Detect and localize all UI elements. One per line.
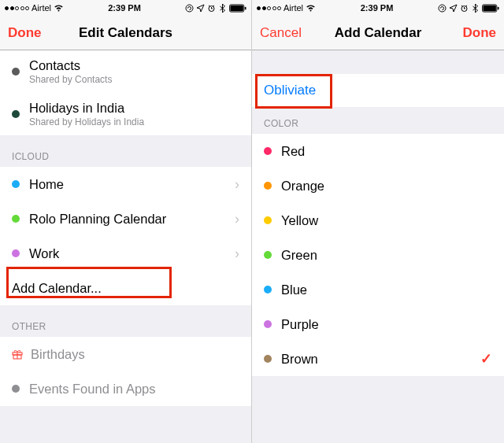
color-dot (12, 385, 20, 393)
calendar-item-birthdays[interactable]: Birthdays (0, 337, 251, 371)
gift-icon (12, 349, 23, 360)
color-section: RedOrangeYellowGreenBluePurpleBrown✓ (252, 134, 504, 376)
svg-point-0 (186, 5, 193, 12)
color-dot (264, 216, 272, 224)
clock-label: 2:39 PM (108, 3, 141, 13)
color-dot (12, 249, 20, 257)
calendar-item-work[interactable]: Work › (0, 236, 251, 271)
calendar-sublabel: Shared by Contacts (29, 74, 239, 85)
icloud-section: Home › Rolo Planning Calendar › Work › A… (0, 167, 251, 305)
carrier-label: Airtel (32, 3, 51, 13)
calendar-item-holidays[interactable]: Holidays in India Shared by Holidays in … (0, 93, 251, 135)
calendar-label: Events Found in Apps (29, 382, 239, 397)
calendar-item-rolo[interactable]: Rolo Planning Calendar › (0, 201, 251, 236)
color-option-brown[interactable]: Brown✓ (252, 341, 504, 376)
location-icon (449, 4, 458, 13)
nav-bar: Done Edit Calendars (0, 16, 251, 50)
add-calendar-label: Add Calendar... (12, 281, 239, 296)
color-option-red[interactable]: Red (252, 134, 504, 168)
wifi-icon (54, 4, 64, 12)
svg-rect-4 (245, 6, 246, 9)
color-label: Orange (281, 179, 492, 194)
cancel-button[interactable]: Cancel (260, 25, 302, 41)
bluetooth-icon (218, 4, 227, 13)
color-label: Green (281, 248, 492, 263)
calendar-item-home[interactable]: Home › (0, 167, 251, 201)
color-option-purple[interactable]: Purple (252, 307, 504, 341)
chevron-right-icon: › (235, 176, 239, 193)
calendar-label: Holidays in India (29, 101, 239, 116)
calendar-label: Home (29, 177, 230, 192)
calendar-label: Birthdays (31, 347, 239, 362)
other-section: Birthdays Events Found in Apps (0, 337, 251, 406)
bluetooth-icon (471, 4, 480, 13)
clock-label: 2:39 PM (361, 3, 394, 13)
svg-rect-11 (498, 6, 499, 9)
battery-icon (482, 4, 499, 13)
status-bar: Airtel 2:39 PM (252, 0, 504, 16)
color-header: COLOR (252, 107, 504, 134)
color-dot (264, 251, 272, 259)
calendar-item-contacts[interactable]: Contacts Shared by Contacts (0, 50, 251, 93)
color-label: Blue (281, 282, 492, 297)
icloud-header: ICLOUD (0, 135, 251, 167)
color-dot (264, 147, 272, 155)
color-dot (12, 215, 20, 223)
orientation-lock-icon (185, 4, 194, 13)
color-option-orange[interactable]: Orange (252, 168, 504, 203)
add-calendar-screen: Airtel 2:39 PM Cancel Add Calendar Done … (252, 0, 504, 443)
edit-calendars-screen: Airtel 2:39 PM Done Edit Calendars Conta… (0, 0, 252, 443)
carrier-label: Airtel (284, 3, 303, 13)
svg-rect-10 (483, 5, 496, 10)
color-dot (264, 355, 272, 363)
color-label: Purple (281, 317, 492, 332)
signal-strength-icon (257, 6, 281, 10)
done-button[interactable]: Done (8, 25, 42, 41)
orientation-lock-icon (438, 4, 447, 13)
location-icon (196, 4, 205, 13)
color-option-blue[interactable]: Blue (252, 272, 504, 307)
add-calendar-button[interactable]: Add Calendar... (0, 271, 251, 305)
calendar-label: Work (29, 246, 230, 261)
color-dot (264, 182, 272, 190)
wifi-icon (306, 4, 316, 12)
calendar-name-input[interactable] (252, 74, 504, 107)
status-bar: Airtel 2:39 PM (0, 0, 251, 16)
calendar-sublabel: Shared by Holidays in India (29, 116, 239, 127)
done-button[interactable]: Done (463, 25, 497, 41)
color-label: Red (281, 144, 492, 159)
checkmark-icon: ✓ (480, 350, 492, 367)
color-dot (264, 286, 272, 293)
color-option-green[interactable]: Green (252, 238, 504, 272)
calendar-item-events-found[interactable]: Events Found in Apps (0, 371, 251, 406)
calendar-label: Contacts (29, 58, 239, 73)
svg-rect-3 (230, 5, 243, 10)
chevron-right-icon: › (235, 211, 239, 227)
color-option-yellow[interactable]: Yellow (252, 203, 504, 238)
alarm-icon (207, 4, 216, 13)
color-dot (12, 110, 20, 118)
chevron-right-icon: › (235, 245, 239, 262)
nav-bar: Cancel Add Calendar Done (252, 16, 504, 50)
battery-icon (229, 4, 246, 13)
subscribed-section: Contacts Shared by Contacts Holidays in … (0, 50, 251, 135)
svg-point-7 (439, 5, 446, 12)
color-dot (12, 68, 20, 76)
alarm-icon (460, 4, 469, 13)
color-dot (264, 320, 272, 328)
color-label: Yellow (281, 213, 492, 228)
color-label: Brown (281, 352, 476, 367)
color-dot (12, 180, 20, 188)
signal-strength-icon (5, 6, 29, 10)
other-header: OTHER (0, 305, 251, 337)
calendar-label: Rolo Planning Calendar (29, 212, 230, 227)
